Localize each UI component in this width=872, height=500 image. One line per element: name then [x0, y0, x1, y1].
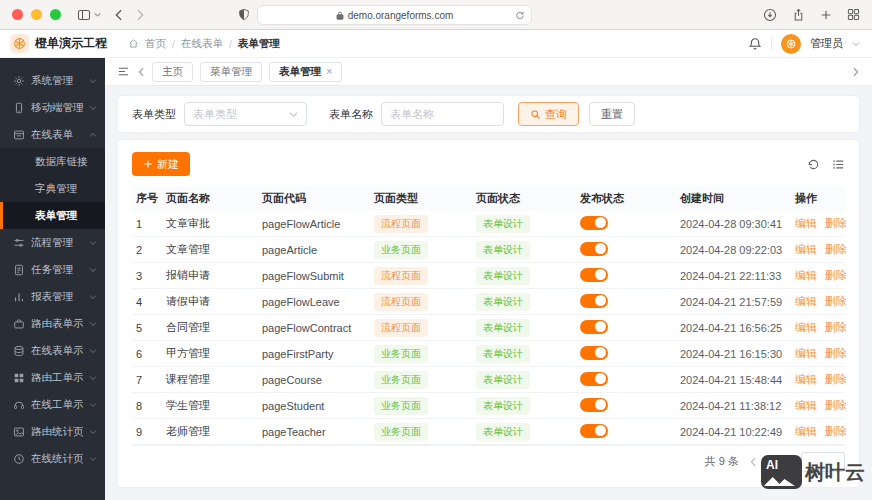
- sidebar-item-online-stats-page[interactable]: 在线统计页面: [0, 445, 105, 472]
- mobile-icon: [13, 102, 25, 114]
- form-name-input[interactable]: [381, 102, 504, 126]
- sidebar-item-mobile-mgmt[interactable]: 移动端管理: [0, 94, 105, 121]
- edit-link[interactable]: 编辑: [795, 347, 817, 359]
- delete-link[interactable]: 删除: [825, 399, 847, 411]
- sidebar-item-report-mgmt[interactable]: 报表管理: [0, 283, 105, 310]
- publish-toggle[interactable]: [580, 424, 608, 438]
- cell-no: 2: [132, 244, 162, 256]
- cell-created-time: 2024-04-28 09:30:41: [676, 218, 791, 230]
- cell-no: 5: [132, 322, 162, 334]
- watermark: AI 树叶云: [761, 455, 865, 489]
- column-settings-icon[interactable]: [832, 158, 845, 171]
- avatar[interactable]: [781, 34, 801, 54]
- edit-link[interactable]: 编辑: [795, 269, 817, 281]
- tab-overview-icon[interactable]: [847, 8, 860, 21]
- delete-link[interactable]: 删除: [825, 373, 847, 385]
- cell-no: 7: [132, 374, 162, 386]
- sidebar-item-system-mgmt[interactable]: 系统管理: [0, 67, 105, 94]
- chevron-down-icon[interactable]: [852, 41, 860, 47]
- delete-link[interactable]: 删除: [825, 243, 847, 255]
- browser-toolbar-right: [763, 8, 860, 22]
- form-type-filter: 表单类型 表单类型: [132, 102, 307, 126]
- sidebar-item-route-form-demo[interactable]: 路由表单示例: [0, 310, 105, 337]
- tab-form-mgmt[interactable]: 表单管理 ×: [269, 62, 342, 82]
- user-name[interactable]: 管理员: [810, 36, 843, 51]
- close-window-button[interactable]: [12, 9, 23, 20]
- sidebar-item-route-stats-page[interactable]: 路由统计页面: [0, 418, 105, 445]
- edit-link[interactable]: 编辑: [795, 243, 817, 255]
- edit-link[interactable]: 编辑: [795, 217, 817, 229]
- sidebar-item-task-mgmt[interactable]: 任务管理: [0, 256, 105, 283]
- refresh-icon[interactable]: [807, 158, 820, 171]
- publish-toggle[interactable]: [580, 372, 608, 386]
- publish-toggle[interactable]: [580, 268, 608, 282]
- zoom-window-button[interactable]: [50, 9, 61, 20]
- browser-url-bar[interactable]: demo.orangeforms.com: [257, 5, 532, 25]
- cell-page-code: pageArticle: [258, 244, 370, 256]
- sidebar-item-flow-mgmt[interactable]: 流程管理: [0, 229, 105, 256]
- edit-link[interactable]: 编辑: [795, 295, 817, 307]
- table-row: 9 老师管理 pageTeacher 业务页面 表单设计 2024-04-21 …: [132, 419, 845, 445]
- bell-icon[interactable]: [748, 37, 762, 51]
- search-button[interactable]: 查询: [518, 102, 579, 126]
- edit-link[interactable]: 编辑: [795, 399, 817, 411]
- browser-sidebar-toggle-icon[interactable]: [77, 8, 101, 22]
- breadcrumb-separator: /: [229, 38, 232, 50]
- publish-toggle[interactable]: [580, 294, 608, 308]
- delete-link[interactable]: 删除: [825, 217, 847, 229]
- delete-link[interactable]: 删除: [825, 425, 847, 437]
- minimize-window-button[interactable]: [31, 9, 42, 20]
- sidebar-item-form-mgmt[interactable]: 表单管理: [0, 202, 105, 229]
- form-type-select[interactable]: 表单类型: [184, 102, 307, 126]
- cell-created-time: 2024-04-21 22:11:33: [676, 270, 791, 282]
- publish-toggle[interactable]: [580, 216, 608, 230]
- new-tab-icon[interactable]: [820, 9, 832, 21]
- cell-created-time: 2024-04-21 11:38:12: [676, 400, 791, 412]
- edit-link[interactable]: 编辑: [795, 425, 817, 437]
- sidebar-item-route-ticket-demo[interactable]: 路由工单示例: [0, 364, 105, 391]
- prev-page-icon[interactable]: [749, 457, 757, 467]
- privacy-shield-icon[interactable]: [238, 8, 250, 21]
- edit-link[interactable]: 编辑: [795, 321, 817, 333]
- create-button[interactable]: 新建: [132, 152, 190, 176]
- tab-menu-mgmt[interactable]: 菜单管理: [200, 62, 262, 82]
- table-row: 7 课程管理 pageCourse 业务页面 表单设计 2024-04-21 1…: [132, 367, 845, 393]
- sidebar-item-online-forms[interactable]: 在线表单: [0, 121, 105, 148]
- tabs-scroll-left-icon[interactable]: [137, 67, 145, 77]
- breadcrumb-section[interactable]: 在线表单: [181, 37, 223, 51]
- browser-back-icon[interactable]: [114, 9, 123, 21]
- select-placeholder: 表单类型: [193, 107, 289, 122]
- publish-toggle[interactable]: [580, 242, 608, 256]
- sidebar-item-label: 数据库链接: [35, 155, 97, 169]
- sidebar-item-dict-mgmt[interactable]: 字典管理: [0, 175, 105, 202]
- plus-icon: [143, 159, 153, 169]
- browser-forward-icon[interactable]: [136, 9, 145, 21]
- delete-link[interactable]: 删除: [825, 295, 847, 307]
- delete-link[interactable]: 删除: [825, 269, 847, 281]
- publish-toggle[interactable]: [580, 398, 608, 412]
- header-right: 管理员: [748, 34, 860, 54]
- delete-link[interactable]: 删除: [825, 347, 847, 359]
- tabs-scroll-right-icon[interactable]: [852, 67, 860, 77]
- sidebar-item-online-form-demo[interactable]: 在线表单示例: [0, 337, 105, 364]
- sidebar-item-online-ticket-demo[interactable]: 在线工单示例: [0, 391, 105, 418]
- downloads-icon[interactable]: [763, 8, 777, 22]
- publish-toggle[interactable]: [580, 320, 608, 334]
- publish-toggle[interactable]: [580, 346, 608, 360]
- reload-icon[interactable]: [515, 10, 525, 21]
- menu-collapse-icon[interactable]: [117, 65, 130, 78]
- form-name-filter: 表单名称: [329, 102, 504, 126]
- col-header-created-time: 创建时间: [676, 191, 791, 206]
- reset-button[interactable]: 重置: [589, 102, 635, 126]
- breadcrumb-home[interactable]: 首页: [145, 37, 166, 51]
- tab-home[interactable]: 主页: [152, 62, 193, 82]
- chevron-up-icon: [89, 132, 97, 138]
- close-icon[interactable]: ×: [326, 66, 332, 77]
- share-icon[interactable]: [792, 8, 805, 22]
- app-logo: 橙单演示工程: [10, 34, 122, 53]
- edit-link[interactable]: 编辑: [795, 373, 817, 385]
- table-row: 3 报销申请 pageFlowSubmit 流程页面 表单设计 2024-04-…: [132, 263, 845, 289]
- delete-link[interactable]: 删除: [825, 321, 847, 333]
- sidebar-item-db-link[interactable]: 数据库链接: [0, 148, 105, 175]
- cell-page-name: 甲方管理: [162, 346, 258, 361]
